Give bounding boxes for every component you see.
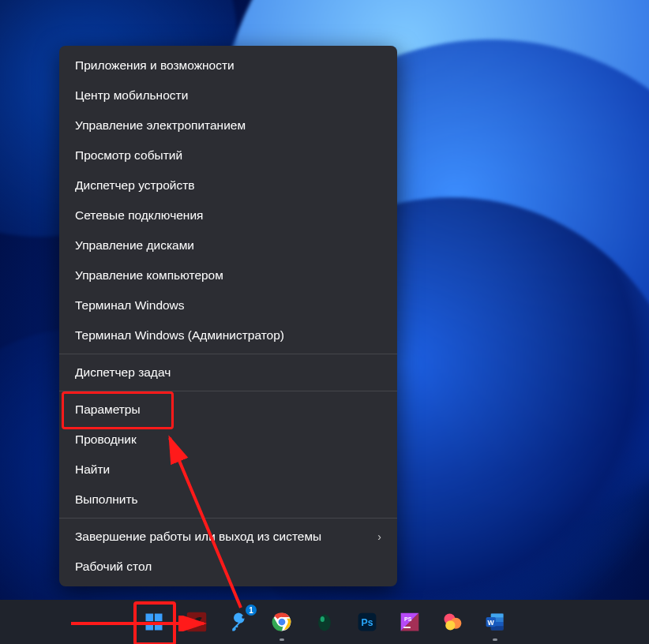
running-indicator: [493, 638, 497, 641]
menu-item-просмотр-событий[interactable]: Просмотр событий: [59, 140, 397, 170]
start-button[interactable]: [138, 606, 170, 638]
parrot-icon: [186, 611, 208, 633]
word-app[interactable]: W: [479, 606, 511, 638]
menu-item-выполнить[interactable]: Выполнить: [59, 485, 397, 515]
svg-text:PS: PS: [404, 616, 412, 622]
menu-divider: [59, 391, 397, 391]
menu-item-терминал-windows-(администратор)[interactable]: Терминал Windows (Администратор): [59, 320, 397, 350]
chrome-icon: [271, 611, 293, 633]
menu-item-диспетчер-задач[interactable]: Диспетчер задач: [59, 358, 397, 388]
svg-text:Ps: Ps: [362, 617, 373, 628]
egg-icon: [313, 611, 336, 633]
menu-item-управление-дисками[interactable]: Управление дисками: [59, 230, 397, 260]
menu-item-диспетчер-устройств[interactable]: Диспетчер устройств: [59, 170, 397, 200]
menu-item-label: Терминал Windows (Администратор): [75, 328, 284, 343]
taskbar: 1PsPSW: [0, 600, 649, 644]
menu-item-label: Найти: [75, 462, 110, 477]
menu-item-label: Управление компьютером: [75, 268, 223, 283]
svg-rect-0: [146, 614, 154, 622]
windows-icon: [143, 611, 165, 633]
menu-divider: [59, 354, 397, 354]
menu-item-label: Центр мобильности: [75, 88, 188, 103]
menu-item-сетевые-подключения[interactable]: Сетевые подключения: [59, 200, 397, 230]
phpstorm-icon: PS: [399, 611, 421, 633]
menu-item-центр-мобильности[interactable]: Центр мобильности: [59, 80, 397, 110]
menu-item-управление-электропитанием[interactable]: Управление электропитанием: [59, 110, 397, 140]
parrot-app[interactable]: [181, 606, 212, 638]
passwords-app[interactable]: 1: [223, 606, 255, 638]
menu-item-label: Просмотр событий: [75, 148, 182, 163]
emerald-app[interactable]: [309, 606, 340, 638]
phpstorm-app[interactable]: PS: [394, 606, 426, 638]
menu-divider: [59, 518, 397, 519]
menu-item-терминал-windows[interactable]: Терминал Windows: [59, 290, 397, 320]
menu-item-проводник[interactable]: Проводник: [59, 425, 397, 455]
menu-item-label: Управление электропитанием: [75, 118, 246, 133]
menu-item-label: Параметры: [75, 402, 141, 417]
menu-item-рабочий-стол[interactable]: Рабочий стол: [59, 552, 397, 582]
menu-item-label: Диспетчер задач: [75, 365, 171, 380]
figma-app[interactable]: [437, 606, 468, 638]
menu-item-label: Диспетчер устройств: [75, 178, 195, 193]
svg-rect-2: [146, 623, 154, 631]
svg-rect-15: [403, 627, 411, 628]
chevron-right-icon: ›: [377, 530, 381, 543]
menu-item-label: Выполнить: [75, 492, 138, 507]
running-indicator: [279, 638, 284, 641]
menu-item-label: Рабочий стол: [75, 560, 152, 574]
blob-icon: [441, 611, 463, 633]
menu-item-label: Проводник: [75, 432, 137, 447]
menu-item-управление-компьютером[interactable]: Управление компьютером: [59, 260, 397, 290]
svg-rect-1: [155, 614, 163, 622]
svg-rect-3: [155, 623, 163, 631]
photoshop-app[interactable]: Ps: [351, 606, 383, 638]
badge: 1: [246, 605, 257, 616]
svg-text:W: W: [488, 619, 495, 627]
svg-point-10: [321, 616, 324, 622]
menu-item-label: Терминал Windows: [75, 298, 185, 313]
menu-item-приложения-и-возможности[interactable]: Приложения и возможности: [59, 51, 397, 80]
photoshop-icon: Ps: [356, 611, 378, 633]
svg-point-5: [242, 616, 245, 619]
menu-item-label: Приложения и возможности: [75, 58, 234, 73]
start-context-menu: Приложения и возможностиЦентр мобильност…: [59, 46, 397, 586]
menu-item-найти[interactable]: Найти: [59, 455, 397, 485]
menu-item-label: Управление дисками: [75, 238, 194, 253]
menu-item-label: Завершение работы или выход из системы: [75, 530, 321, 544]
svg-point-18: [445, 620, 455, 630]
menu-item-label: Сетевые подключения: [75, 208, 203, 223]
svg-point-9: [318, 614, 331, 631]
menu-item-параметры[interactable]: Параметры: [59, 395, 397, 425]
chrome-app[interactable]: [266, 606, 298, 638]
word-icon: W: [484, 611, 506, 633]
menu-item-завершение-работы-или-выход-из-системы[interactable]: Завершение работы или выход из системы›: [59, 522, 397, 552]
